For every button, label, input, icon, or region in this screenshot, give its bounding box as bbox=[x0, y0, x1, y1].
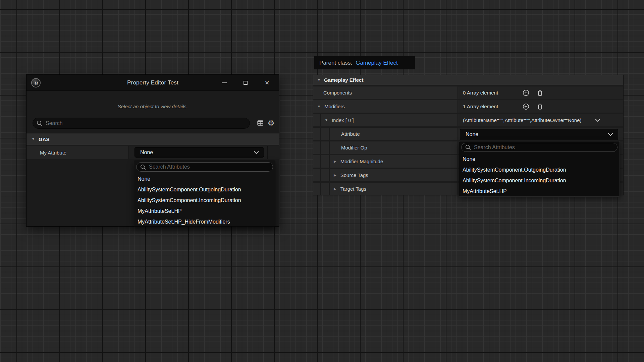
row-index-0: ▼ Index [ 0 ] (AttributeName="",Attribut… bbox=[313, 114, 623, 126]
minimize-button[interactable] bbox=[219, 78, 229, 87]
combobox-value: None bbox=[466, 131, 478, 137]
maximize-icon bbox=[244, 81, 248, 85]
add-element-button[interactable] bbox=[522, 89, 530, 97]
row-value: (AttributeName="",Attribute="",Attribute… bbox=[463, 117, 582, 123]
attribute-search-bar[interactable] bbox=[136, 162, 273, 172]
minimize-icon bbox=[222, 82, 227, 83]
chevron-down-icon bbox=[254, 151, 259, 154]
row-value: 1 Array element bbox=[463, 104, 498, 109]
search-input[interactable] bbox=[43, 120, 250, 126]
title-bar[interactable]: u Property Editor Test ✕ bbox=[26, 75, 279, 91]
close-button[interactable]: ✕ bbox=[262, 78, 272, 87]
category-label: Gameplay Effect bbox=[324, 77, 364, 83]
gear-icon: ⚙ bbox=[268, 119, 275, 127]
property-editor-window: u Property Editor Test ✕ Select an objec… bbox=[26, 74, 279, 227]
row-label: Modifier Op bbox=[341, 145, 367, 150]
expander-down-icon[interactable]: ▼ bbox=[317, 105, 321, 108]
combobox-value: None bbox=[140, 149, 153, 156]
menu-item[interactable]: None bbox=[134, 174, 275, 184]
row-label: Modifiers bbox=[324, 104, 345, 109]
menu-item[interactable]: AbilitySystemComponent.IncomingDuration bbox=[134, 195, 275, 206]
details-search-bar[interactable] bbox=[33, 118, 250, 129]
menu-item[interactable]: MyAttributeSet.HP_HideFromModifiers bbox=[134, 217, 275, 227]
column-divider bbox=[267, 146, 268, 159]
expander-down-icon[interactable]: ▼ bbox=[325, 119, 328, 122]
menu-item[interactable]: MyAttributeSet.HP bbox=[134, 206, 275, 217]
menu-item[interactable]: AbilitySystemComponent.OutgoingDuration bbox=[134, 184, 275, 195]
row-label: Modifier Magnitude bbox=[340, 159, 383, 164]
settings-button[interactable]: ⚙ bbox=[267, 119, 275, 127]
row-label: Components bbox=[323, 90, 352, 96]
search-icon bbox=[36, 120, 43, 127]
chevron-down-icon[interactable] bbox=[595, 119, 600, 122]
empty-selection-message: Select an object to view details. bbox=[26, 104, 279, 109]
attribute-option-list: None AbilitySystemComponent.OutgoingDura… bbox=[459, 154, 620, 197]
my-attribute-combobox[interactable]: None bbox=[135, 147, 264, 158]
delete-elements-button[interactable] bbox=[536, 89, 544, 97]
chevron-down-icon bbox=[608, 133, 613, 136]
expander-down-icon[interactable]: ▼ bbox=[32, 137, 35, 141]
expander-right-icon[interactable]: ▶ bbox=[334, 160, 336, 163]
attribute-search-input[interactable] bbox=[146, 164, 273, 170]
expander-right-icon[interactable]: ▶ bbox=[334, 174, 336, 177]
search-icon bbox=[465, 144, 471, 150]
attribute-search-input[interactable] bbox=[471, 144, 617, 150]
table-view-icon bbox=[257, 119, 264, 127]
row-label: Target Tags bbox=[340, 186, 366, 192]
unreal-logo-icon[interactable]: u bbox=[31, 78, 41, 87]
trash-icon bbox=[536, 103, 544, 110]
search-icon bbox=[140, 164, 146, 170]
attribute-search-bar[interactable] bbox=[461, 143, 618, 152]
add-element-icon bbox=[522, 103, 530, 110]
category-header-gas[interactable]: ▼ GAS bbox=[26, 133, 279, 145]
parent-class-label: Parent class: bbox=[319, 60, 352, 66]
row-label: Attribute bbox=[341, 131, 360, 137]
row-components: Components 0 Array element bbox=[313, 86, 623, 99]
property-name-cell: My Attribute bbox=[26, 146, 128, 159]
category-label: GAS bbox=[39, 136, 50, 142]
maximize-button[interactable] bbox=[241, 78, 250, 87]
close-icon: ✕ bbox=[265, 80, 269, 86]
parent-class-badge: Parent class: Gameplay Effect bbox=[314, 56, 415, 69]
menu-item[interactable]: AbilitySystemComponent.OutgoingDuration bbox=[459, 165, 620, 175]
expander-down-icon[interactable]: ▼ bbox=[317, 78, 321, 82]
row-value: 0 Array element bbox=[463, 90, 498, 96]
menu-item[interactable]: None bbox=[459, 154, 620, 165]
attribute-dropdown-menu: None AbilitySystemComponent.OutgoingDura… bbox=[134, 161, 275, 227]
delete-elements-button[interactable] bbox=[536, 103, 544, 111]
menu-item[interactable]: MyAttributeSet.HP bbox=[459, 186, 620, 197]
add-element-button[interactable] bbox=[522, 103, 530, 111]
property-label: My Attribute bbox=[40, 150, 66, 156]
row-modifiers: ▼ Modifiers 1 Array element bbox=[313, 100, 623, 113]
parent-class-link[interactable]: Gameplay Effect bbox=[356, 60, 397, 66]
menu-item[interactable]: AbilitySystemComponent.IncomingDuration bbox=[459, 175, 620, 186]
category-header-gameplay-effect[interactable]: ▼ Gameplay Effect bbox=[313, 75, 623, 85]
row-label: Source Tags bbox=[340, 172, 368, 178]
row-label: Index [ 0 ] bbox=[332, 117, 354, 123]
attribute-combobox[interactable]: None bbox=[460, 129, 618, 140]
attribute-dropdown-menu: None AbilitySystemComponent.OutgoingDura… bbox=[459, 141, 620, 197]
ue-blueprint-canvas[interactable]: { "glyphs": { "logo": "u", "close": "✕",… bbox=[0, 0, 644, 362]
trash-icon bbox=[536, 89, 544, 97]
expander-right-icon[interactable]: ▶ bbox=[334, 187, 336, 191]
table-view-button[interactable] bbox=[256, 119, 265, 127]
attribute-option-list: None AbilitySystemComponent.OutgoingDura… bbox=[134, 174, 275, 227]
add-element-icon bbox=[522, 89, 530, 97]
